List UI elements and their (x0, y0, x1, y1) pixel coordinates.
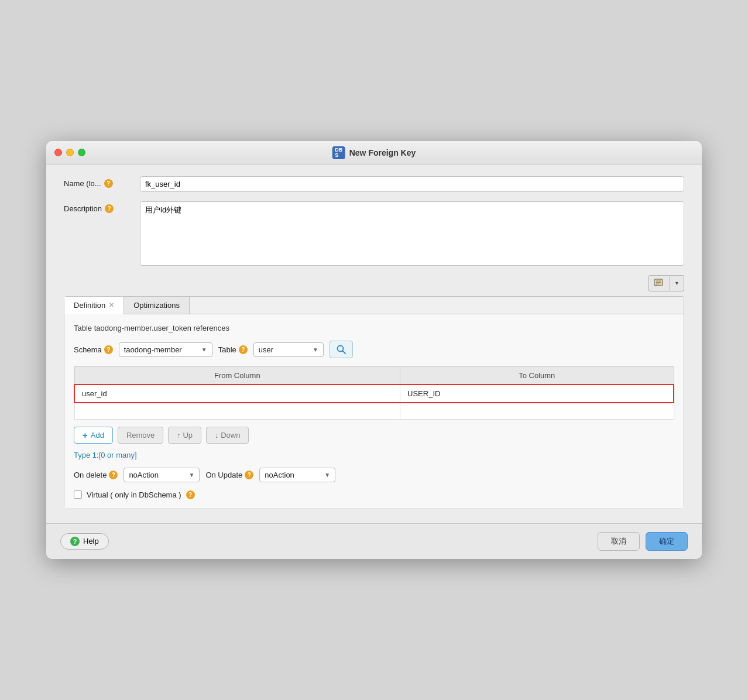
confirm-button[interactable]: 确定 (646, 532, 688, 551)
help-label: Help (83, 537, 99, 545)
on-update-label: On Update ? (205, 471, 253, 479)
add-button[interactable]: + Add (74, 427, 113, 444)
up-arrow-icon: ↑ (177, 431, 181, 440)
description-row: Description ? 用户id外键 (64, 201, 684, 266)
plus-icon: + (83, 430, 88, 440)
app-icon: DBS (332, 146, 345, 159)
virtual-row: Virtual ( only in DbSchema ) ? (74, 490, 674, 499)
on-update-arrow: ▼ (324, 472, 330, 478)
table-row[interactable] (74, 403, 674, 419)
maximize-button[interactable] (78, 149, 85, 156)
cancel-button[interactable]: 取消 (598, 532, 640, 551)
comment-button[interactable] (648, 275, 670, 291)
on-delete-label: On delete ? (74, 471, 118, 479)
footer-right-buttons: 取消 确定 (598, 532, 688, 551)
table-label: Table ? (218, 345, 248, 354)
table-select-arrow: ▼ (313, 346, 318, 353)
description-help-icon[interactable]: ? (105, 204, 114, 213)
tab-definition-close[interactable]: ✕ (109, 301, 114, 309)
on-delete-update-row: On delete ? noAction ▼ On Update ? noAct… (74, 468, 674, 482)
tabs-body: Table taodong-member.user_token referenc… (64, 314, 684, 509)
schema-select-arrow: ▼ (201, 346, 207, 353)
table-help-icon[interactable]: ? (239, 345, 248, 354)
main-window: DBS New Foreign Key Name (lo... ? Descri… (46, 141, 702, 559)
traffic-lights (54, 149, 85, 156)
type-text[interactable]: Type 1:[0 or many] (74, 451, 674, 459)
virtual-help-icon[interactable]: ? (186, 490, 195, 499)
name-help-icon[interactable]: ? (104, 179, 113, 188)
virtual-label: Virtual ( only in DbSchema ) (87, 490, 181, 499)
help-circle-icon: ? (70, 537, 80, 546)
on-delete-arrow: ▼ (188, 472, 194, 478)
description-label: Description ? (64, 201, 140, 213)
titlebar: DBS New Foreign Key (46, 141, 702, 164)
schema-label: Schema ? (74, 345, 113, 354)
help-button[interactable]: ? Help (60, 533, 109, 550)
schema-table-row: Schema ? taodong-member ▼ Table ? user ▼ (74, 341, 674, 358)
from-column-cell[interactable]: user_id (74, 385, 400, 403)
close-button[interactable] (54, 149, 62, 156)
to-column-header: To Column (400, 367, 674, 385)
on-delete-select[interactable]: noAction ▼ (123, 468, 200, 482)
tab-optimizations[interactable]: Optimizations (124, 297, 190, 314)
columns-table: From Column To Column user_id USER_ID (74, 366, 674, 420)
remove-button[interactable]: Remove (118, 427, 163, 444)
up-button[interactable]: ↑ Up (168, 427, 201, 444)
content-area: Name (lo... ? Description ? 用户id外键 (46, 164, 702, 523)
toolbar-right: ▼ (64, 275, 684, 291)
search-button[interactable] (330, 341, 353, 358)
name-input[interactable] (140, 176, 684, 192)
name-row: Name (lo... ? (64, 176, 684, 192)
minimize-button[interactable] (66, 149, 74, 156)
references-text: Table taodong-member.user_token referenc… (74, 324, 674, 332)
table-select[interactable]: user ▼ (253, 342, 324, 357)
name-label: Name (lo... ? (64, 176, 140, 188)
add-label: Add (91, 431, 104, 440)
from-column-header: From Column (74, 367, 400, 385)
action-buttons: + Add Remove ↑ Up ↓ Down (74, 427, 674, 444)
description-textarea[interactable]: 用户id外键 (140, 201, 684, 266)
on-update-help-icon[interactable]: ? (245, 471, 253, 479)
virtual-checkbox[interactable] (74, 490, 82, 499)
svg-line-5 (342, 351, 345, 354)
down-button[interactable]: ↓ Down (206, 427, 249, 444)
window-title: New Foreign Key (349, 148, 416, 157)
down-arrow-icon: ↓ (215, 431, 219, 440)
tab-definition[interactable]: Definition ✕ (64, 297, 124, 314)
footer: ? Help 取消 确定 (46, 523, 702, 559)
schema-select[interactable]: taodong-member ▼ (119, 342, 212, 357)
from-column-cell-empty[interactable] (74, 403, 400, 419)
window-title-area: DBS New Foreign Key (332, 146, 416, 159)
to-column-cell-empty[interactable] (400, 403, 674, 419)
tabs-header: Definition ✕ Optimizations (64, 297, 684, 314)
on-update-select[interactable]: noAction ▼ (259, 468, 335, 482)
tabs-container: Definition ✕ Optimizations Table taodong… (64, 296, 684, 509)
table-row[interactable]: user_id USER_ID (74, 385, 674, 403)
to-column-cell[interactable]: USER_ID (400, 385, 674, 403)
schema-help-icon[interactable]: ? (104, 345, 113, 354)
on-delete-help-icon[interactable]: ? (109, 471, 118, 479)
comment-dropdown-button[interactable]: ▼ (670, 275, 684, 291)
